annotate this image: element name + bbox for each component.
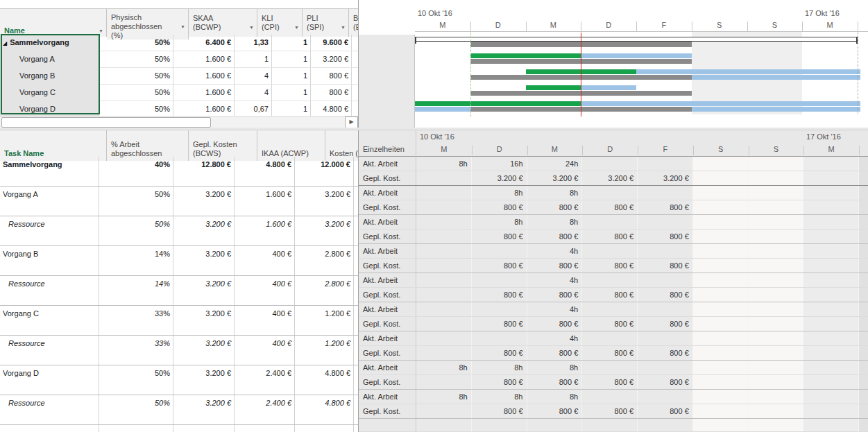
value-cell[interactable]: 3.200 € [173, 336, 235, 365]
value-cell[interactable]: 400 € [235, 336, 295, 365]
usage-value-cell[interactable]: 4h [527, 331, 583, 345]
usage-value-cell[interactable]: 800 € [527, 230, 583, 243]
usage-value-cell[interactable] [749, 200, 804, 214]
usage-value-cell[interactable]: 800 € [582, 404, 638, 418]
task-bar-blue[interactable] [581, 85, 636, 90]
usage-value-cell[interactable]: 800 € [638, 317, 693, 331]
usage-value-cell[interactable] [416, 288, 472, 302]
scrollbar-thumb[interactable] [1, 117, 211, 128]
value-cell[interactable]: 3.200 € [173, 216, 235, 245]
usage-value-cell[interactable]: 800 € [527, 346, 583, 360]
usage-value-cell[interactable] [416, 302, 472, 316]
usage-value-cell[interactable] [472, 419, 527, 431]
usage-value-cell[interactable]: 800 € [527, 404, 583, 418]
usage-value-cell[interactable] [638, 331, 693, 345]
usage-value-cell[interactable]: 24h [527, 157, 583, 171]
usage-value-cell[interactable]: 800 € [638, 230, 693, 243]
usage-value-cell[interactable]: 4h [527, 273, 583, 287]
usage-value-cell[interactable] [749, 157, 804, 171]
usage-value-cell[interactable] [803, 244, 859, 258]
task-name-cell[interactable]: Vorgang C [0, 306, 99, 335]
usage-value-cell[interactable] [803, 288, 859, 302]
details-column-header[interactable]: Einzelheiten [359, 130, 416, 157]
usage-value-cell[interactable]: 800 € [527, 259, 583, 273]
usage-value-cell[interactable] [416, 186, 472, 200]
usage-value-cell[interactable]: 800 € [527, 200, 583, 214]
value-cell[interactable]: 4.800 € [295, 395, 354, 424]
usage-value-cell[interactable] [749, 361, 804, 374]
column-header-kli[interactable]: KLI(CPI)▼ [257, 9, 303, 37]
usage-value-cell[interactable] [416, 404, 472, 418]
horizontal-scrollbar[interactable]: ▶ [0, 116, 358, 128]
usage-value-cell[interactable] [582, 419, 638, 431]
usage-value-cell[interactable]: 800 € [638, 200, 693, 214]
task-bar-blue[interactable] [692, 75, 860, 80]
task-bar-green[interactable] [415, 101, 581, 106]
usage-value-cell[interactable]: 800 € [527, 317, 583, 331]
value-cell[interactable]: 6.400 € [173, 35, 235, 51]
usage-value-cell[interactable] [416, 259, 472, 273]
task-name-cell[interactable]: Ressource [0, 395, 99, 424]
value-cell[interactable]: 50% [99, 68, 173, 84]
usage-value-cell[interactable]: 8h [416, 157, 472, 171]
usage-value-cell[interactable] [472, 273, 527, 287]
usage-value-cell[interactable]: 800 € [472, 346, 527, 360]
usage-value-cell[interactable] [749, 375, 804, 389]
usage-value-cell[interactable] [582, 244, 638, 258]
task-name-cell[interactable]: Ressource [0, 336, 99, 365]
usage-value-cell[interactable] [638, 419, 693, 431]
usage-value-cell[interactable] [803, 200, 859, 214]
usage-value-cell[interactable]: 800 € [527, 375, 583, 389]
usage-value-cell[interactable]: 8h [416, 361, 472, 374]
usage-value-cell[interactable] [749, 259, 804, 273]
usage-value-cell[interactable] [582, 215, 638, 229]
usage-value-cell[interactable] [693, 346, 749, 360]
filter-dropdown-icon[interactable]: ▼ [339, 23, 346, 32]
task-name-cell[interactable]: Ressource [0, 216, 99, 245]
value-cell[interactable]: 1.600 € [173, 101, 235, 117]
usage-value-cell[interactable] [638, 361, 693, 374]
usage-value-cell[interactable]: 800 € [582, 346, 638, 360]
empty-cell[interactable] [0, 425, 99, 432]
task-bar-green[interactable] [526, 85, 581, 90]
usage-value-cell[interactable]: 8h [472, 361, 527, 374]
usage-value-cell[interactable] [749, 171, 804, 185]
value-cell[interactable]: 9.600 € [311, 35, 352, 51]
usage-value-cell[interactable] [638, 157, 693, 171]
usage-value-cell[interactable] [582, 331, 638, 345]
usage-value-cell[interactable]: 800 € [472, 375, 527, 389]
value-cell[interactable]: 50% [99, 395, 173, 424]
value-cell[interactable]: 3.200 € [173, 276, 235, 305]
column-header-skaa[interactable]: SKAA(BCWP)▼ [189, 9, 257, 37]
task-bar-blue[interactable] [692, 107, 860, 112]
task-bar-blue[interactable] [636, 69, 860, 74]
usage-value-cell[interactable] [416, 215, 472, 229]
usage-value-cell[interactable] [693, 186, 749, 200]
usage-value-cell[interactable]: 800 € [472, 288, 527, 302]
usage-value-cell[interactable] [416, 317, 472, 331]
value-cell[interactable]: 3.200 € [295, 187, 354, 216]
usage-value-cell[interactable] [638, 302, 693, 316]
usage-value-cell[interactable] [416, 273, 472, 287]
value-cell[interactable]: 4.800 € [295, 365, 354, 395]
usage-value-cell[interactable] [749, 186, 804, 200]
value-cell[interactable]: 50% [99, 216, 173, 245]
usage-value-cell[interactable]: 800 € [638, 404, 693, 418]
value-cell[interactable]: 50% [99, 365, 173, 395]
usage-value-cell[interactable] [693, 200, 749, 214]
usage-value-cell[interactable] [803, 186, 859, 200]
value-cell[interactable]: 3.200 € [173, 246, 235, 275]
usage-value-cell[interactable]: 800 € [472, 317, 527, 331]
usage-value-cell[interactable] [693, 361, 749, 374]
usage-value-cell[interactable]: 800 € [638, 346, 693, 360]
value-cell[interactable]: 2.400 € [235, 395, 295, 424]
usage-value-cell[interactable]: 8h [416, 390, 472, 404]
task-name-cell[interactable]: Sammelvorgang [0, 157, 99, 186]
value-cell[interactable]: 14% [99, 246, 173, 275]
usage-value-cell[interactable]: 8h [527, 186, 583, 200]
usage-value-cell[interactable]: 800 € [582, 375, 638, 389]
value-cell[interactable]: 1 [272, 85, 311, 101]
usage-value-cell[interactable] [416, 419, 472, 431]
usage-value-cell[interactable]: 3.200 € [582, 171, 638, 185]
usage-value-cell[interactable] [749, 302, 804, 316]
